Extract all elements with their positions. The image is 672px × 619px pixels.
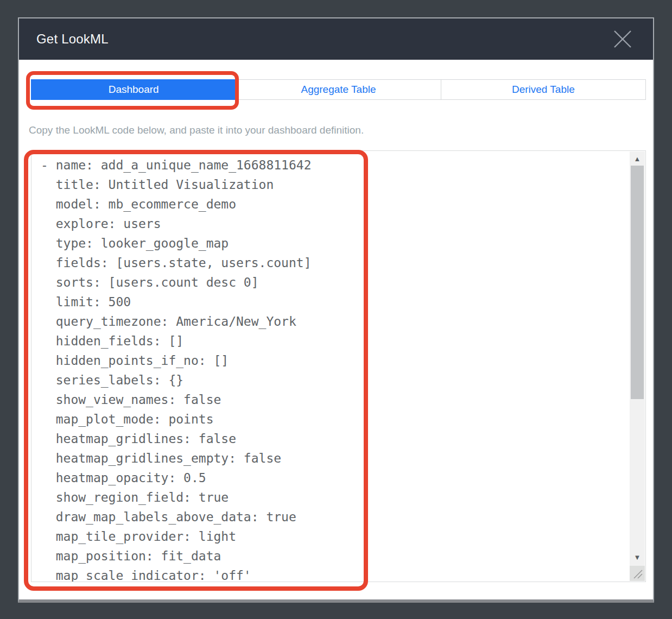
resize-handle[interactable] xyxy=(630,566,645,581)
page-background: Get LookML Dashboard Aggregate Table Der… xyxy=(0,0,672,619)
tab-bar: Dashboard Aggregate Table Derived Table xyxy=(31,79,646,100)
instruction-text: Copy the LookML code below, and paste it… xyxy=(29,123,364,137)
tab-aggregate-table[interactable]: Aggregate Table xyxy=(236,79,441,100)
tab-dashboard[interactable]: Dashboard xyxy=(31,79,236,100)
resize-grip-icon xyxy=(630,566,645,581)
dialog-header: Get LookML xyxy=(19,18,653,60)
scroll-down-icon[interactable]: ▼ xyxy=(630,552,645,563)
lookml-code-text[interactable]: - name: add_a_unique_name_1668811642 tit… xyxy=(31,151,629,582)
tab-derived-table[interactable]: Derived Table xyxy=(441,79,646,100)
vertical-scrollbar: ▲ ▼ xyxy=(630,151,645,566)
close-icon xyxy=(612,29,633,49)
dialog-title: Get LookML xyxy=(36,31,612,47)
scrollbar-thumb[interactable] xyxy=(631,166,644,399)
close-button[interactable] xyxy=(612,28,633,50)
scroll-up-icon[interactable]: ▲ xyxy=(630,154,645,165)
get-lookml-dialog: Get LookML Dashboard Aggregate Table Der… xyxy=(18,17,654,603)
lookml-code-textarea[interactable]: - name: add_a_unique_name_1668811642 tit… xyxy=(31,150,646,582)
